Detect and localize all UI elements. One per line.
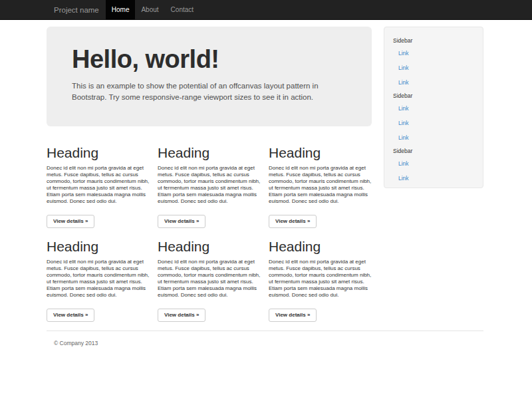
view-details-button[interactable]: View details » xyxy=(269,309,317,322)
card: Heading Donec id elit non mi porta gravi… xyxy=(47,239,150,322)
card-heading: Heading xyxy=(47,145,150,160)
page-container: Hello, world! This is an example to show… xyxy=(47,27,483,322)
navbar-brand[interactable]: Project name xyxy=(47,0,106,19)
card: Heading Donec id elit non mi porta gravi… xyxy=(269,145,372,228)
card: Heading Donec id elit non mi porta gravi… xyxy=(47,145,150,228)
card-heading: Heading xyxy=(269,145,372,160)
jumbotron-lead: This is an example to show the potential… xyxy=(72,80,344,103)
sidebar-group-3: Sidebar Link Link xyxy=(393,147,477,182)
sidebar-link[interactable]: Link xyxy=(398,64,477,72)
nav-item-home[interactable]: Home xyxy=(106,0,136,20)
view-details-button[interactable]: View details » xyxy=(47,309,94,322)
sidebar-link[interactable]: Link xyxy=(398,119,477,127)
card-row-1: Heading Donec id elit non mi porta gravi… xyxy=(47,145,372,228)
navbar-inner: Project name Home About Contact xyxy=(47,0,483,19)
nav-item-contact[interactable]: Contact xyxy=(165,0,200,20)
sidebar-link[interactable]: Link xyxy=(398,174,477,182)
copyright-text: © Company 2013 xyxy=(54,340,483,346)
main-content: Hello, world! This is an example to show… xyxy=(47,27,372,322)
card-row-2: Heading Donec id elit non mi porta gravi… xyxy=(47,239,372,322)
sidebar-heading: Sidebar xyxy=(393,147,477,155)
card-body-text: Donec id elit non mi porta gravida at eg… xyxy=(158,165,261,205)
sidebar-link[interactable]: Link xyxy=(398,134,477,142)
card: Heading Donec id elit non mi porta gravi… xyxy=(158,145,261,228)
card-body-text: Donec id elit non mi porta gravida at eg… xyxy=(269,259,372,299)
sidebar: Sidebar Link Link Link Sidebar Link Link… xyxy=(384,27,483,188)
navbar-menu: Home About Contact xyxy=(106,0,200,19)
card-body-text: Donec id elit non mi porta gravida at eg… xyxy=(47,165,150,205)
jumbotron-title: Hello, world! xyxy=(72,45,352,74)
sidebar-group-1: Sidebar Link Link Link xyxy=(393,37,477,86)
view-details-button[interactable]: View details » xyxy=(47,215,94,228)
sidebar-link[interactable]: Link xyxy=(398,160,477,168)
view-details-button[interactable]: View details » xyxy=(269,215,317,228)
sidebar-heading: Sidebar xyxy=(393,37,477,45)
card-body-text: Donec id elit non mi porta gravida at eg… xyxy=(269,165,372,205)
sidebar-group-2: Sidebar Link Link Link xyxy=(393,92,477,142)
card-heading: Heading xyxy=(269,239,372,254)
nav-item-about[interactable]: About xyxy=(135,0,164,20)
sidebar-link[interactable]: Link xyxy=(398,49,477,57)
sidebar-column: Sidebar Link Link Link Sidebar Link Link… xyxy=(384,27,483,322)
sidebar-link[interactable]: Link xyxy=(398,78,477,86)
card-heading: Heading xyxy=(158,145,261,160)
sidebar-link[interactable]: Link xyxy=(398,104,477,112)
card-body-text: Donec id elit non mi porta gravida at eg… xyxy=(47,259,150,299)
card: Heading Donec id elit non mi porta gravi… xyxy=(269,239,372,322)
sidebar-heading: Sidebar xyxy=(393,92,477,100)
view-details-button[interactable]: View details » xyxy=(158,309,205,322)
jumbotron: Hello, world! This is an example to show… xyxy=(47,27,372,126)
footer: © Company 2013 xyxy=(47,331,483,346)
card-body-text: Donec id elit non mi porta gravida at eg… xyxy=(158,259,261,299)
card: Heading Donec id elit non mi porta gravi… xyxy=(158,239,261,322)
view-details-button[interactable]: View details » xyxy=(158,215,205,228)
card-heading: Heading xyxy=(47,239,150,254)
navbar: Project name Home About Contact xyxy=(0,0,532,20)
card-heading: Heading xyxy=(158,239,261,254)
